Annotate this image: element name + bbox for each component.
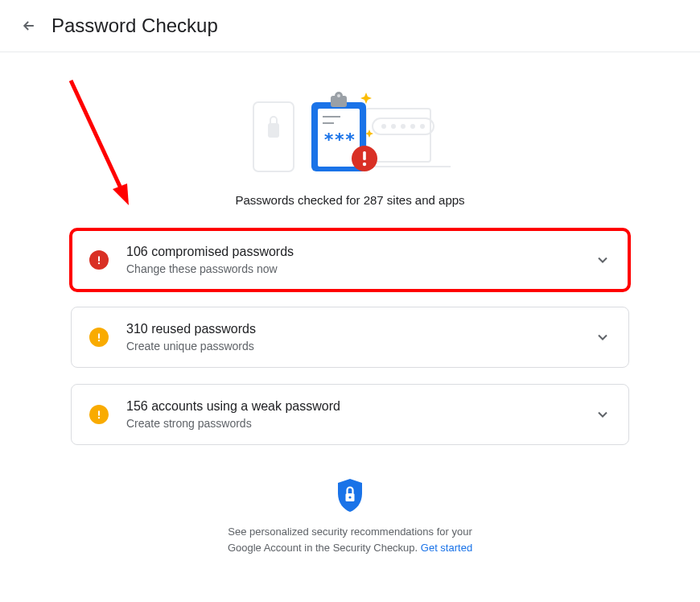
svg-marker-22 <box>113 183 129 205</box>
card-title: 310 reused passwords <box>126 322 577 336</box>
svg-rect-19 <box>363 151 366 160</box>
svg-point-4 <box>381 124 386 129</box>
svg-point-14 <box>337 94 340 97</box>
svg-rect-25 <box>98 333 100 338</box>
svg-text:***: *** <box>323 130 356 150</box>
alert-icon <box>89 250 109 270</box>
card-text: 310 reused passwords Create unique passw… <box>126 322 577 353</box>
chevron-down-icon <box>595 329 611 345</box>
svg-rect-1 <box>268 123 279 138</box>
annotation-arrow-icon <box>63 72 159 233</box>
cards-container: 106 compromised passwords Change these p… <box>71 229 629 445</box>
card-subtitle: Create unique passwords <box>126 340 577 353</box>
warning-icon <box>89 328 109 347</box>
svg-rect-23 <box>98 256 100 261</box>
chevron-down-icon <box>595 406 611 423</box>
svg-point-30 <box>348 496 351 498</box>
card-text: 156 accounts using a weak password Creat… <box>126 399 577 430</box>
card-text: 106 compromised passwords Change these p… <box>126 245 577 275</box>
shield-lock-icon <box>336 477 364 513</box>
svg-point-24 <box>98 262 100 264</box>
svg-point-26 <box>98 340 100 341</box>
back-button[interactable] <box>19 16 39 35</box>
footer-text: See personalized security recommendation… <box>221 524 479 555</box>
card-subtitle: Change these passwords now <box>126 262 577 275</box>
password-illustration: *** <box>245 85 455 177</box>
svg-point-20 <box>363 163 366 166</box>
page-title: Password Checkup <box>51 14 218 37</box>
warning-icon <box>89 405 109 424</box>
card-subtitle: Create strong passwords <box>126 417 577 430</box>
svg-line-21 <box>71 80 122 192</box>
card-weak[interactable]: 156 accounts using a weak password Creat… <box>71 384 629 445</box>
arrow-left-icon <box>21 18 37 34</box>
card-title: 156 accounts using a weak password <box>126 399 577 414</box>
svg-point-8 <box>420 124 425 129</box>
summary-text: Passwords checked for 287 sites and apps <box>235 193 464 207</box>
card-title: 106 compromised passwords <box>126 245 577 259</box>
svg-point-7 <box>410 124 415 129</box>
header: Password Checkup <box>0 0 700 52</box>
card-compromised[interactable]: 106 compromised passwords Change these p… <box>71 229 629 291</box>
content: *** Passwords checked for 287 sites and … <box>0 52 700 588</box>
get-started-link[interactable]: Get started <box>421 542 472 554</box>
card-reused[interactable]: 310 reused passwords Create unique passw… <box>71 307 629 368</box>
footer: See personalized security recommendation… <box>221 477 479 555</box>
chevron-down-icon <box>595 252 611 268</box>
svg-point-5 <box>391 124 396 129</box>
svg-point-28 <box>98 417 100 419</box>
svg-point-6 <box>401 124 406 129</box>
svg-rect-27 <box>98 410 100 415</box>
